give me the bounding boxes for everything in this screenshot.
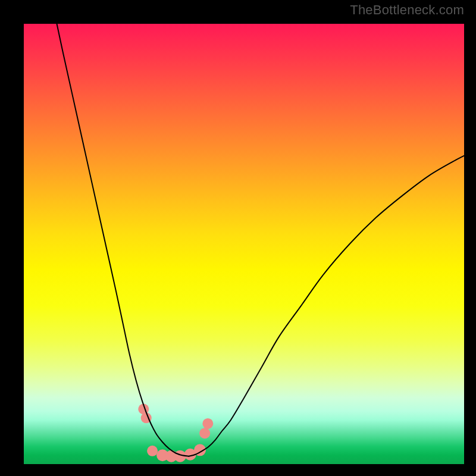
curve-left	[57, 24, 189, 456]
curve-right	[189, 152, 473, 456]
plot-gradient-background	[24, 24, 464, 464]
plot-svg	[24, 24, 464, 464]
chart-container: TheBottleneck.com	[0, 0, 476, 476]
attribution-label: TheBottleneck.com	[350, 2, 464, 18]
marker-dot	[199, 428, 210, 439]
marker-dot	[147, 446, 158, 456]
marker-dot	[202, 418, 213, 429]
